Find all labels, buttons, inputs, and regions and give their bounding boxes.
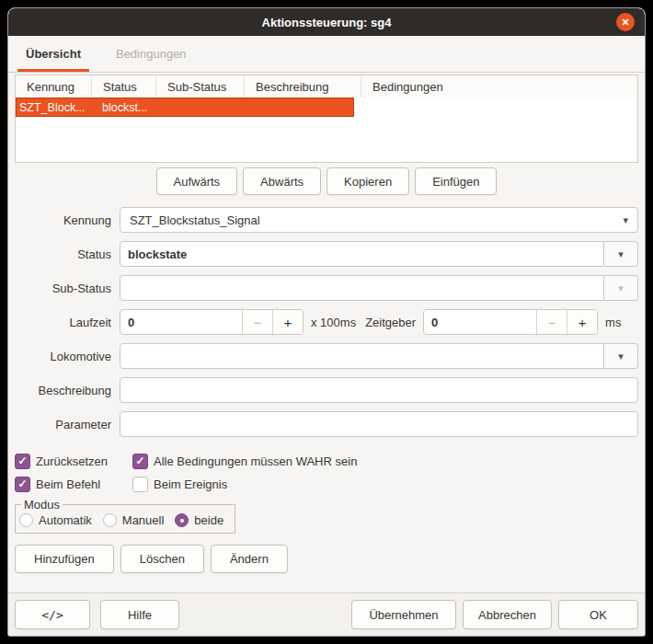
modus-legend: Modus (21, 498, 63, 512)
titlebar[interactable]: Aktionssteuerung: sg4 ✕ (8, 8, 645, 36)
tab-label: Übersicht (26, 47, 81, 61)
radio-manuell[interactable]: Manuell (103, 513, 165, 527)
lokomotive-label: Lokomotive (15, 350, 111, 363)
checkbox-label: Zurücksetzen (36, 454, 108, 468)
laufzeit-input[interactable]: 0 (120, 310, 242, 334)
hinzufuegen-button[interactable]: Hinzufügen (15, 545, 114, 573)
form-row-kennung: Kennung SZT_Blockstatus_Signal ▾ (15, 207, 638, 233)
check-icon: ✓ (17, 478, 27, 489)
radio-label: Automatik (39, 513, 92, 527)
column-header-kennung[interactable]: Kennung (16, 75, 92, 98)
abbrechen-button[interactable]: Abbrechen (463, 600, 552, 629)
lokomotive-combobox: ▾ (120, 343, 638, 369)
form-row-laufzeit: Laufzeit 0 − + x 100ms Zeitgeber 0 − + m… (15, 309, 638, 335)
loeschen-button[interactable]: Löschen (120, 545, 204, 573)
zuruecksetzen-checkbox[interactable]: ✓ Zurücksetzen (15, 452, 132, 470)
parameter-input[interactable] (120, 411, 638, 437)
kopieren-button[interactable]: Kopieren (326, 167, 409, 195)
form-row-sub-status: Sub-Status ▾ (15, 275, 638, 301)
form-row-lokomotive: Lokomotive ▾ (15, 343, 638, 369)
beschreibung-input[interactable] (120, 377, 638, 403)
alle-bedingungen-wahr-checkbox[interactable]: ✓ Alle Bedingungen müssen WAHR sein (132, 452, 638, 470)
checkbox-checked-icon: ✓ (15, 454, 30, 469)
column-header-beschreibung[interactable]: Beschreibung (245, 75, 361, 98)
zeitgeber-input[interactable]: 0 (424, 310, 536, 334)
radio-automatik[interactable]: Automatik (19, 513, 92, 527)
form-row-beschreibung: Beschreibung (15, 377, 638, 403)
kennung-combobox[interactable]: SZT_Blockstatus_Signal ▾ (120, 207, 638, 233)
modus-fieldset: Modus Automatik Manuell beide (15, 498, 235, 534)
column-header-status[interactable]: Status (92, 75, 156, 98)
chevron-down-icon: ▾ (618, 283, 624, 293)
modus-radio-group: Automatik Manuell beide (19, 513, 223, 527)
status-label: Status (15, 247, 111, 261)
status-dropdown-button[interactable]: ▾ (604, 241, 638, 267)
plus-icon[interactable]: + (567, 310, 597, 334)
table-header: Kennung Status Sub-Status Beschreibung B… (16, 75, 637, 98)
tab-label: Bedingungen (116, 47, 187, 61)
sub-status-input[interactable] (120, 275, 604, 301)
dialog-footer: </> Hilfe Übernehmen Abbrechen OK (8, 592, 645, 636)
column-header-sub-status[interactable]: Sub-Status (156, 75, 245, 98)
zeitgeber-unit-label: ms (605, 316, 621, 329)
close-icon: ✕ (621, 17, 629, 28)
radio-label: Manuell (122, 513, 165, 527)
sub-status-dropdown-button[interactable]: ▾ (604, 275, 638, 301)
sub-status-combobox: ▾ (120, 275, 638, 301)
plus-icon[interactable]: + (272, 310, 303, 334)
checkbox-checked-icon: ✓ (15, 477, 30, 492)
status-input[interactable]: blockstate (120, 241, 604, 267)
row-cell-kennung: SZT_Block... (17, 101, 92, 114)
einfuegen-button[interactable]: Einfügen (415, 167, 497, 195)
close-button[interactable]: ✕ (616, 13, 635, 31)
checkbox-label: Beim Befehl (36, 477, 100, 491)
aufwaerts-button[interactable]: Aufwärts (156, 167, 238, 195)
column-header-bedingungen[interactable]: Bedingungen (361, 75, 637, 98)
aendern-button[interactable]: Ändern (211, 545, 288, 573)
laufzeit-label: Laufzeit (15, 316, 111, 329)
form-row-parameter: Parameter (15, 411, 638, 437)
status-combobox: blockstate ▾ (120, 241, 638, 267)
beim-befehl-checkbox[interactable]: ✓ Beim Befehl (15, 475, 132, 493)
dialog-window: Aktionssteuerung: sg4 ✕ Übersicht Beding… (7, 7, 646, 637)
checkbox-checked-icon: ✓ (132, 454, 148, 469)
parameter-label: Parameter (15, 418, 111, 431)
radio-on-icon (175, 513, 189, 527)
chevron-down-icon: ▾ (623, 215, 628, 225)
tab-bar: Übersicht Bedingungen (8, 36, 645, 73)
tab-bedingungen[interactable]: Bedingungen (108, 36, 195, 72)
sub-status-label: Sub-Status (15, 282, 111, 295)
minus-icon[interactable]: − (242, 310, 272, 334)
hilfe-button[interactable]: Hilfe (100, 600, 179, 629)
laufzeit-unit-label: x 100ms (311, 316, 356, 329)
uebernehmen-button[interactable]: Übernehmen (351, 600, 456, 629)
check-icon: ✓ (17, 455, 27, 466)
tab-uebersicht[interactable]: Übersicht (17, 36, 89, 72)
radio-label: beide (194, 513, 223, 527)
ok-button[interactable]: OK (558, 600, 638, 629)
checkbox-label: Alle Bedingungen müssen WAHR sein (154, 454, 357, 468)
move-button-row: Aufwärts Abwärts Kopieren Einfügen (15, 167, 638, 195)
lokomotive-dropdown-button[interactable]: ▾ (604, 343, 638, 369)
radio-off-icon (103, 513, 117, 527)
minus-icon[interactable]: − (536, 310, 567, 334)
row-cell-status: blockst... (92, 101, 147, 114)
check-icon: ✓ (135, 455, 144, 466)
table-row[interactable]: SZT_Block... blockst... (16, 98, 354, 117)
zeitgeber-spinner: 0 − + (423, 309, 598, 335)
checkbox-unchecked-icon (132, 477, 148, 492)
checkbox-label: Beim Ereignis (154, 477, 227, 491)
lokomotive-input[interactable] (120, 343, 604, 369)
zeitgeber-label: Zeitgeber (365, 316, 416, 329)
abwaerts-button[interactable]: Abwärts (243, 167, 321, 195)
window-title: Aktionssteuerung: sg4 (262, 16, 392, 29)
code-view-button[interactable]: </> (15, 600, 90, 629)
radio-beide[interactable]: beide (175, 513, 223, 527)
chevron-down-icon: ▾ (618, 351, 624, 362)
option-checkboxes: ✓ Zurücksetzen ✓ Alle Bedingungen müssen… (15, 452, 638, 493)
laufzeit-spinner: 0 − + (120, 309, 304, 335)
crud-button-row: Hinzufügen Löschen Ändern (15, 545, 638, 573)
kennung-label: Kennung (15, 213, 111, 227)
beschreibung-label: Beschreibung (15, 384, 111, 397)
beim-ereignis-checkbox[interactable]: Beim Ereignis (132, 475, 638, 493)
